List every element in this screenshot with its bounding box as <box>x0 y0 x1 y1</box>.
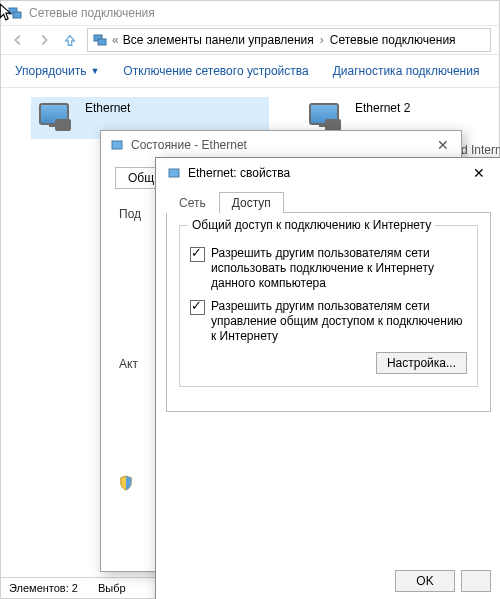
status-count: Элементов: 2 <box>9 582 78 594</box>
tab-network[interactable]: Сеть <box>166 192 219 213</box>
adapter-name: Ethernet <box>85 101 130 115</box>
organize-menu[interactable]: Упорядочить ▼ <box>15 64 99 78</box>
svg-rect-5 <box>169 169 179 177</box>
group-title: Общий доступ к подключению к Интернету <box>188 218 435 232</box>
shield-icon <box>119 475 133 491</box>
adapter-subtext: d Internet <box>461 143 500 157</box>
dialog-titlebar[interactable]: Ethernet: свойства ✕ <box>156 158 500 188</box>
properties-dialog: Ethernet: свойства ✕ Сеть Доступ Общий д… <box>155 157 500 599</box>
nav-forward-button[interactable] <box>35 31 53 49</box>
svg-rect-3 <box>98 39 106 45</box>
allow-control-checkbox[interactable]: Разрешить другим пользователям сети упра… <box>190 299 467 344</box>
window-titlebar: Сетевые подключения <box>1 1 499 26</box>
settings-button[interactable]: Настройка... <box>376 352 467 374</box>
dialog-titlebar[interactable]: Состояние - Ethernet ✕ <box>101 131 461 159</box>
tabs: Сеть Доступ <box>156 188 500 212</box>
checkbox-label: Разрешить другим пользователям сети упра… <box>211 299 467 344</box>
network-icon <box>92 32 108 48</box>
dialog-title: Состояние - Ethernet <box>131 138 247 152</box>
breadcrumb-root[interactable]: Все элементы панели управления <box>123 33 314 47</box>
cancel-button-partial[interactable] <box>461 570 491 592</box>
window-title: Сетевые подключения <box>29 6 155 20</box>
adapter-icon <box>35 101 75 135</box>
chevron-down-icon: ▼ <box>90 66 99 76</box>
checkbox-label: Разрешить другим пользователям сети испо… <box>211 246 467 291</box>
tab-access[interactable]: Доступ <box>219 192 284 213</box>
navigation-bar: « Все элементы панели управления › Сетев… <box>1 26 499 55</box>
nav-up-button[interactable] <box>61 31 79 49</box>
disable-device-button[interactable]: Отключение сетевого устройства <box>123 64 308 78</box>
ok-button[interactable]: OK <box>395 570 455 592</box>
checkbox-icon <box>190 247 205 262</box>
cursor-pointer-icon <box>0 3 16 21</box>
adapter-name: Ethernet 2 <box>355 101 410 115</box>
organize-label: Упорядочить <box>15 64 86 78</box>
breadcrumb-separator-icon: › <box>318 33 326 47</box>
tab-panel-access: Общий доступ к подключению к Интернету Р… <box>166 212 491 412</box>
address-bar[interactable]: « Все элементы панели управления › Сетев… <box>87 28 491 52</box>
nav-back-button[interactable] <box>9 31 27 49</box>
breadcrumb-leaf[interactable]: Сетевые подключения <box>330 33 456 47</box>
status-selected: Выбр <box>98 582 126 594</box>
allow-sharing-checkbox[interactable]: Разрешить другим пользователям сети испо… <box>190 246 467 291</box>
close-button[interactable]: ✕ <box>433 137 453 153</box>
connection-icon <box>109 137 125 153</box>
ics-group: Общий доступ к подключению к Интернету Р… <box>179 225 478 387</box>
close-button[interactable]: ✕ <box>467 161 491 185</box>
breadcrumb-prefix: « <box>112 33 119 47</box>
dialog-title: Ethernet: свойства <box>188 166 290 180</box>
checkbox-icon <box>190 300 205 315</box>
svg-rect-4 <box>112 141 122 149</box>
connection-icon <box>166 165 182 181</box>
command-bar: Упорядочить ▼ Отключение сетевого устрой… <box>1 55 499 88</box>
diagnose-connection-button[interactable]: Диагностика подключения <box>333 64 480 78</box>
